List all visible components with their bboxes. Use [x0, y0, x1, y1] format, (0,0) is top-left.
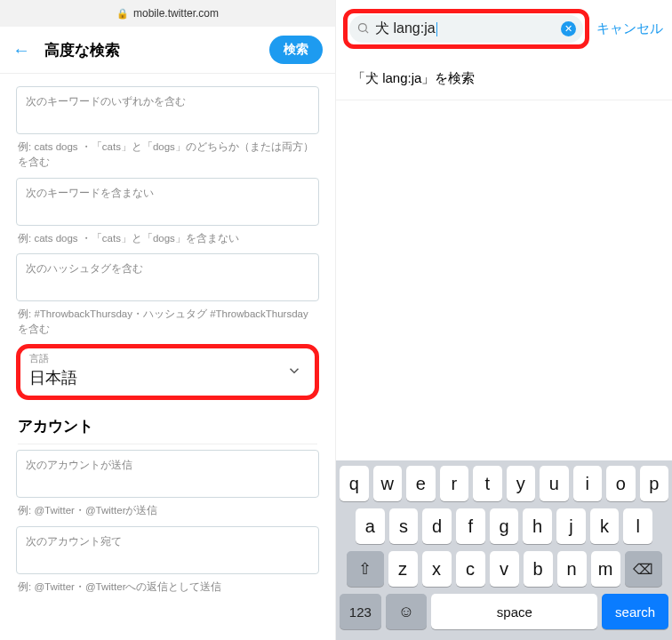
emoji-key[interactable]: ☺: [386, 594, 428, 629]
key-r[interactable]: r: [440, 466, 469, 501]
space-key[interactable]: space: [431, 594, 597, 629]
to-account-hint: 例: @Twitter・@Twitterへの返信として送信: [18, 580, 317, 595]
keyword-any-input[interactable]: 次のキーワードのいずれかを含む: [16, 86, 319, 134]
key-n[interactable]: n: [557, 551, 587, 587]
numeric-key[interactable]: 123: [340, 594, 381, 629]
search-suggestion[interactable]: 「犬 lang:ja」を検索: [336, 58, 672, 100]
key-j[interactable]: j: [556, 508, 586, 544]
search-header: 犬 lang:ja ✕ キャンセル: [336, 0, 672, 58]
back-arrow-icon[interactable]: ←: [12, 40, 30, 60]
key-w[interactable]: w: [373, 466, 403, 501]
search-box-highlight: 犬 lang:ja ✕: [343, 9, 589, 49]
keyboard-row-3: ⇧ z x c v b n m ⌫: [340, 551, 668, 587]
keyword-none-hint: 例: cats dogs ・「cats」と「dogs」を含まない: [18, 231, 317, 246]
ios-keyboard: q w e r t y u i o p a s d f g h j k l ⇧ …: [336, 460, 672, 640]
keyword-any-hint: 例: cats dogs ・「cats」と「dogs」のどちらか（または両方）を…: [18, 140, 317, 171]
page-header: ← 高度な検索 検索: [0, 27, 335, 74]
clear-search-icon[interactable]: ✕: [561, 21, 576, 36]
key-a[interactable]: a: [356, 508, 385, 544]
key-u[interactable]: u: [540, 466, 569, 501]
search-input[interactable]: 犬 lang:ja ✕: [349, 15, 583, 43]
chevron-down-icon: [286, 363, 302, 382]
key-k[interactable]: k: [590, 508, 620, 544]
page-title: 高度な検索: [44, 40, 269, 60]
shift-key[interactable]: ⇧: [347, 551, 384, 587]
key-q[interactable]: q: [340, 466, 369, 501]
key-s[interactable]: s: [389, 508, 419, 544]
key-m[interactable]: m: [591, 551, 620, 587]
to-account-input[interactable]: 次のアカウント宛て: [16, 526, 319, 574]
hashtag-hint: 例: #ThrowbackThursday・ハッシュタグ #ThrowbackT…: [18, 307, 317, 338]
key-e[interactable]: e: [406, 466, 436, 501]
key-x[interactable]: x: [422, 551, 452, 587]
url-text: mobile.twitter.com: [133, 7, 219, 20]
shift-icon: ⇧: [358, 559, 372, 579]
backspace-icon: ⌫: [633, 561, 653, 578]
key-i[interactable]: i: [573, 466, 603, 501]
keyboard-row-1: q w e r t y u i o p: [340, 466, 668, 501]
language-value: 日本語: [29, 367, 306, 388]
search-button[interactable]: 検索: [269, 36, 323, 64]
from-account-hint: 例: @Twitter・@Twitterが送信: [18, 503, 317, 518]
key-v[interactable]: v: [490, 551, 519, 587]
key-z[interactable]: z: [388, 551, 418, 587]
key-g[interactable]: g: [490, 508, 519, 544]
language-select[interactable]: 言語 日本語: [16, 344, 319, 400]
url-bar: 🔒 mobile.twitter.com: [0, 0, 335, 27]
search-icon: [356, 21, 370, 37]
key-b[interactable]: b: [524, 551, 553, 587]
search-key[interactable]: search: [602, 594, 668, 629]
keyboard-row-4: 123 ☺ space search: [340, 594, 668, 629]
accounts-section-title: アカウント: [18, 416, 317, 444]
key-l[interactable]: l: [623, 508, 652, 544]
from-account-input[interactable]: 次のアカウントが送信: [16, 450, 319, 498]
key-t[interactable]: t: [473, 466, 502, 501]
cancel-button[interactable]: キャンセル: [596, 20, 663, 37]
key-h[interactable]: h: [523, 508, 552, 544]
keyword-none-input[interactable]: 次のキーワードを含まない: [16, 178, 319, 226]
search-results-pane: 犬 lang:ja ✕ キャンセル 「犬 lang:ja」を検索 q w e r…: [336, 0, 672, 640]
svg-line-1: [365, 30, 368, 33]
advanced-search-pane: 🔒 mobile.twitter.com ← 高度な検索 検索 次のキーワードの…: [0, 0, 336, 640]
key-f[interactable]: f: [456, 508, 485, 544]
backspace-key[interactable]: ⌫: [625, 551, 662, 587]
language-label: 言語: [29, 352, 306, 365]
lock-icon: 🔒: [116, 8, 129, 20]
key-c[interactable]: c: [456, 551, 485, 587]
key-y[interactable]: y: [507, 466, 536, 501]
form-body: 次のキーワードのいずれかを含む 例: cats dogs ・「cats」と「do…: [0, 74, 335, 595]
keyboard-row-2: a s d f g h j k l: [340, 508, 668, 544]
key-p[interactable]: p: [640, 466, 669, 501]
search-value: 犬 lang:ja: [375, 20, 556, 38]
key-d[interactable]: d: [422, 508, 452, 544]
svg-point-0: [359, 23, 367, 31]
hashtag-input[interactable]: 次のハッシュタグを含む: [16, 253, 319, 301]
key-o[interactable]: o: [606, 466, 636, 501]
